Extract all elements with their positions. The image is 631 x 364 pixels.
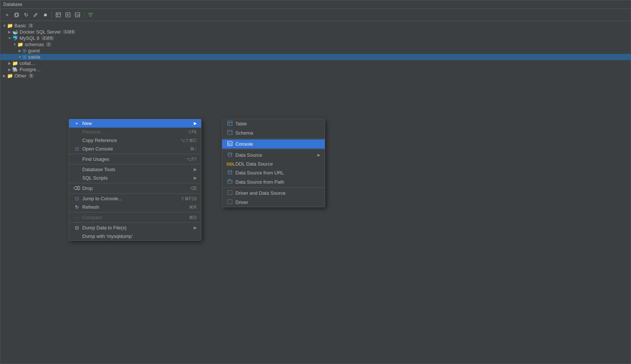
folder-icon-basic: 📁 (7, 23, 13, 28)
submenu-item-ds-path[interactable]: Data Source from Path (222, 177, 325, 187)
ctx-item-open-console[interactable]: ⊡ Open Console ⌘↓ (69, 145, 201, 153)
table-icon-sub (227, 121, 233, 127)
ctx-label-dump-file: Dump Data to File(s) (82, 225, 191, 230)
edit2-button[interactable] (63, 10, 72, 19)
ds-url-icon (227, 170, 233, 176)
ctx-sep-6 (69, 222, 201, 223)
tree-item-other[interactable]: ▶ 📁 Other 9 (0, 73, 631, 79)
add-button[interactable]: + (3, 10, 11, 19)
submenu-item-ddl[interactable]: DDL DDL Data Source (222, 160, 325, 168)
postgres-icon: 🐘 (12, 67, 18, 72)
ctx-label-refresh: Refresh (82, 204, 182, 210)
folder-icon-schemas: 📁 (17, 42, 23, 47)
filter-button[interactable] (86, 10, 95, 19)
submenu-item-driver-ds[interactable]: Driver and Data Source (222, 188, 325, 198)
tree-badge-basic: 3 (28, 24, 34, 28)
submenu-label-ddl: DDL Data Source (235, 161, 320, 167)
ctx-label-db-tools: Database Tools (82, 167, 191, 172)
ctx-label-copy-ref: Copy Reference (82, 138, 173, 143)
toolbar-sep-1 (52, 11, 52, 18)
console-button[interactable]: QL (73, 10, 82, 19)
tree-item-basic[interactable]: ▼ 📁 Basic 3 (0, 22, 631, 29)
dump-file-icon: ⊟ (73, 225, 80, 230)
stop-button[interactable]: ■ (41, 10, 50, 19)
context-menu: + New ▶ Rename... ⇧F6 Copy Reference ⌥⇧⌘… (69, 119, 201, 241)
svg-point-16 (228, 170, 232, 172)
tree-badge-mysql8: 2 of 6 (42, 36, 54, 40)
tree-badge-docker: 1 of 6 (63, 30, 75, 34)
edit-button[interactable] (31, 10, 40, 19)
docker-icon: 🐋 (12, 29, 18, 35)
ctx-shortcut-copy-ref: ⌥⇧⌘C (180, 138, 197, 143)
tree-label-guest: guest (28, 48, 40, 53)
svg-rect-18 (228, 190, 232, 195)
database-panel: Database + ↻ ■ QL ▼ 📁 Basic (0, 0, 631, 364)
submenu-label-ds-path: Data Source from Path (235, 179, 320, 185)
tree-item-postgre[interactable]: ▶ 🐘 Postgre… (0, 66, 631, 73)
ctx-sep-4 (69, 193, 201, 194)
panel-title: Database (0, 0, 631, 9)
refresh-button[interactable]: ↻ (22, 10, 31, 19)
ctx-shortcut-compare: ⌘D (189, 215, 197, 220)
ctx-item-db-tools[interactable]: Database Tools ▶ (69, 165, 201, 174)
submenu-item-console[interactable]: QL Console (222, 139, 325, 149)
submenu-item-schema[interactable]: Schema (222, 128, 325, 138)
tree-arrow-guest: ▶ (17, 49, 23, 53)
tree-label-schemas: schemas (25, 42, 44, 47)
ctx-label-open-console: Open Console (82, 146, 183, 152)
ctx-item-drop[interactable]: ⌫ Drop ⌫ (69, 184, 201, 193)
ctx-item-jump-console[interactable]: ⊡ Jump to Console... ⇧⌘F10 (69, 194, 201, 203)
submenu-item-ds-url[interactable]: Data Source from URL (222, 168, 325, 177)
ctx-label-dump-mysql: Dump with 'mysqldump' (82, 233, 197, 239)
ctx-item-dump-mysql[interactable]: Dump with 'mysqldump' (69, 232, 201, 240)
ctx-item-new[interactable]: + New ▶ (69, 119, 201, 128)
tree-label-mysql8: MySQL 8 (20, 35, 39, 41)
svg-rect-1 (15, 13, 18, 16)
tree-badge-schemas: 2 (46, 42, 51, 46)
table-button[interactable] (54, 10, 63, 19)
compare-icon: → (73, 215, 80, 220)
submenu-label-ds-url: Data Source from URL (235, 170, 320, 176)
ctx-label-jump-console: Jump to Console... (82, 196, 173, 201)
ctx-label-rename: Rename... (82, 129, 180, 135)
svg-rect-8 (228, 121, 232, 125)
toolbar: + ↻ ■ QL (0, 9, 631, 21)
ctx-label-find-usages: Find Usages (82, 156, 179, 162)
tree-item-collat[interactable]: ▶ 📁 collat… (0, 60, 631, 66)
ctx-sep-1 (69, 154, 201, 154)
tree-badge-other: 9 (29, 74, 34, 78)
submenu-sep-3 (222, 187, 325, 188)
svg-text:QL: QL (76, 13, 80, 17)
tree-label-basic: Basic (14, 23, 26, 28)
tree-item-mysql8[interactable]: ▼ 🐬 MySQL 8 2 of 6 (0, 35, 631, 41)
ctx-item-dump-file[interactable]: ⊟ Dump Data to File(s) ▶ (69, 223, 201, 232)
submenu-item-datasource[interactable]: Data Source ▶ (222, 150, 325, 160)
driver-ds-icon (227, 190, 233, 196)
tree-arrow-other: ▶ (2, 74, 7, 78)
ctx-item-refresh[interactable]: ↻ Refresh ⌘R (69, 203, 201, 211)
ctx-item-find-usages[interactable]: Find Usages ⌥F7 (69, 155, 201, 163)
ctx-shortcut-jump-console: ⇧⌘F10 (181, 196, 197, 201)
jump-console-icon: ⊡ (73, 196, 80, 201)
submenu-arrow-sql-scripts: ▶ (194, 176, 197, 180)
tree-label-postgre: Postgre… (20, 67, 41, 72)
svg-rect-19 (228, 200, 232, 204)
submenu-label-driver-ds: Driver and Data Source (235, 190, 320, 196)
svg-point-15 (228, 153, 232, 154)
toolbar-sep-2 (84, 11, 84, 18)
submenu-item-driver[interactable]: Driver (222, 198, 325, 207)
ctx-item-sql-scripts[interactable]: SQL Scripts ▶ (69, 174, 201, 182)
svg-rect-0 (15, 14, 18, 17)
ctx-shortcut-drop: ⌫ (190, 186, 197, 191)
tree-item-guest[interactable]: ▶ ⊞ guest (0, 48, 631, 54)
tree-item-sakila[interactable]: ▼ ⊞ sakila (0, 54, 631, 60)
submenu-item-table[interactable]: Table (222, 119, 325, 128)
tree-item-docker[interactable]: ▶ 🐋 Docker SQL Server 1 of 6 (0, 29, 631, 35)
tree-arrow-basic: ▼ (2, 24, 7, 28)
copy-button[interactable] (12, 10, 21, 19)
submenu-label-console: Console (235, 141, 320, 147)
ds-path-icon (227, 179, 233, 185)
tree-item-schemas[interactable]: ▼ 📁 schemas 2 (0, 41, 631, 48)
ctx-item-copy-ref[interactable]: Copy Reference ⌥⇧⌘C (69, 136, 201, 145)
submenu-label-schema: Schema (235, 130, 320, 136)
